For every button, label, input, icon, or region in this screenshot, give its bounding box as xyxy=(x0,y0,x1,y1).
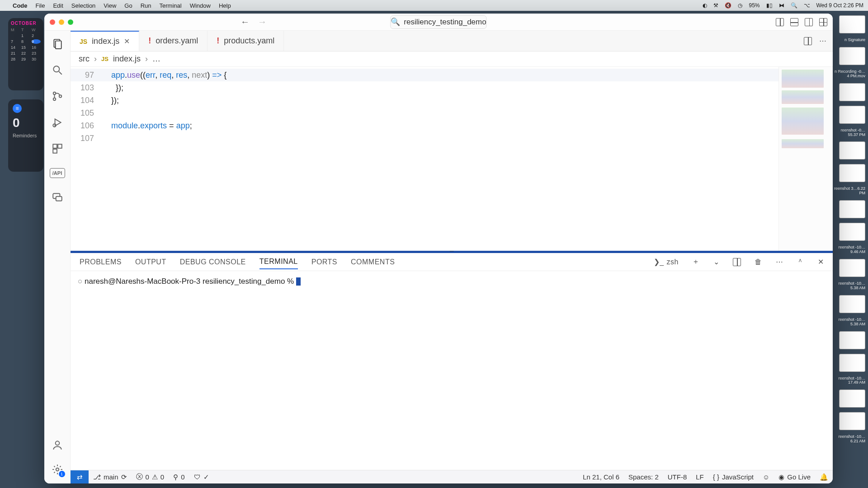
go-live-button[interactable]: ◉ Go Live xyxy=(774,473,815,481)
menu-file[interactable]: File xyxy=(36,2,45,9)
desktop-file-thumb[interactable] xyxy=(839,47,865,65)
desktop-file-thumb[interactable] xyxy=(839,412,865,430)
sync-icon[interactable]: ⟳ xyxy=(121,473,127,481)
menubar-hammer-icon[interactable]: ⚒ xyxy=(713,2,718,9)
panel-resize-handle[interactable] xyxy=(71,251,833,253)
desktop-file-thumb[interactable] xyxy=(839,295,865,313)
shield-status[interactable]: 🛡✓ xyxy=(189,473,214,481)
menu-edit[interactable]: Edit xyxy=(53,2,63,9)
minimize-window-button[interactable] xyxy=(59,19,64,25)
menubar-clock-icon[interactable]: ◷ xyxy=(738,2,742,9)
extensions-icon[interactable] xyxy=(51,142,64,155)
settings-gear-icon[interactable]: 1 xyxy=(51,463,64,476)
ports-status[interactable]: ⚲0 xyxy=(169,473,189,481)
desktop-file-thumb[interactable] xyxy=(839,223,865,241)
desktop-file-thumb[interactable] xyxy=(839,141,865,160)
tab-index-js[interactable]: JS index.js ✕ xyxy=(71,31,139,51)
breadcrumb[interactable]: src › JS index.js › … xyxy=(71,52,833,67)
eol-status[interactable]: LF xyxy=(691,473,708,481)
panel-tab-problems[interactable]: PROBLEMS xyxy=(80,255,122,269)
nav-back-icon[interactable]: ← xyxy=(241,17,250,27)
code-line[interactable]: 97 app.use((err, req, res, next) => { xyxy=(71,69,778,81)
code-line[interactable]: 105 xyxy=(71,107,778,119)
kill-terminal-icon[interactable]: 🗑 xyxy=(755,258,762,266)
more-actions-icon[interactable]: ⋯ xyxy=(819,37,826,45)
menu-go[interactable]: Go xyxy=(124,2,132,9)
new-terminal-button[interactable]: ＋ xyxy=(692,257,700,267)
menubar-appname[interactable]: Code xyxy=(13,2,28,9)
panel-tab-comments[interactable]: COMMENTS xyxy=(351,255,395,269)
line-number[interactable]: 107 xyxy=(71,132,102,145)
source-control-icon[interactable] xyxy=(51,89,64,103)
breadcrumb-trail[interactable]: … xyxy=(152,54,160,64)
customize-layout-icon[interactable] xyxy=(819,18,827,26)
menubar-battery-icon[interactable]: ▮▯ xyxy=(766,2,773,9)
menu-help[interactable]: Help xyxy=(219,2,231,9)
terminal-profile-dropdown-icon[interactable]: ⌄ xyxy=(713,258,720,266)
code-editor[interactable]: 97 app.use((err, req, res, next) => {103… xyxy=(71,67,778,251)
split-editor-icon[interactable] xyxy=(804,37,812,45)
desktop-file-thumb[interactable] xyxy=(839,83,865,101)
menubar-cloud-icon[interactable]: ◐ xyxy=(703,2,707,9)
indentation-status[interactable]: Spaces: 2 xyxy=(624,473,663,481)
close-panel-icon[interactable]: ✕ xyxy=(818,258,824,266)
line-number[interactable]: 103 xyxy=(71,81,102,94)
desktop-file-thumb[interactable] xyxy=(839,259,865,277)
close-window-button[interactable] xyxy=(50,19,55,25)
desktop-file-thumb[interactable] xyxy=(839,354,865,372)
tab-orders-yaml[interactable]: ! orders.yaml xyxy=(139,31,208,51)
desktop-file-thumb[interactable] xyxy=(839,200,865,218)
api-sidebar-icon[interactable]: /API xyxy=(50,168,65,178)
terminal[interactable]: ○ naresh@Nareshs-MacBook-Pro-3 resilienc… xyxy=(71,271,833,470)
chat-sidebar-icon[interactable] xyxy=(51,191,64,204)
language-mode[interactable]: { } JavaScript xyxy=(708,473,758,481)
menu-view[interactable]: View xyxy=(104,2,116,9)
notifications-icon[interactable]: 🔔 xyxy=(815,473,833,481)
code-line[interactable]: 104 }); xyxy=(71,94,778,107)
menubar-control-center-icon[interactable]: ⌥ xyxy=(804,2,810,9)
panel-tab-ports[interactable]: PORTS xyxy=(311,255,337,269)
layout-sidebar-right-icon[interactable] xyxy=(805,18,813,26)
line-number[interactable]: 97 xyxy=(71,69,102,81)
menu-selection[interactable]: Selection xyxy=(71,2,95,9)
line-number[interactable]: 106 xyxy=(71,119,102,132)
breadcrumb-file[interactable]: index.js xyxy=(113,54,141,64)
explorer-icon[interactable] xyxy=(51,37,64,51)
code-line[interactable]: 107 xyxy=(71,132,778,145)
remote-indicator[interactable]: ⇄ xyxy=(71,470,89,483)
code-line[interactable]: 103 }); xyxy=(71,81,778,94)
desktop-file-thumb[interactable] xyxy=(839,164,865,182)
desktop-calendar-widget[interactable]: OCTOBER MTW12789141516212223282930 xyxy=(8,18,43,90)
cursor-position[interactable]: Ln 21, Col 6 xyxy=(578,473,624,481)
search-sidebar-icon[interactable] xyxy=(51,63,64,77)
panel-tab-debug-console[interactable]: DEBUG CONSOLE xyxy=(180,255,246,269)
git-branch[interactable]: ⎇ main ⟳ xyxy=(89,473,132,481)
nav-forward-icon[interactable]: → xyxy=(258,17,267,27)
desktop-file-thumb[interactable] xyxy=(839,331,865,349)
breadcrumb-folder[interactable]: src xyxy=(79,54,90,64)
line-number[interactable]: 105 xyxy=(71,107,102,119)
panel-more-icon[interactable]: ⋯ xyxy=(776,258,783,266)
line-number[interactable]: 104 xyxy=(71,94,102,107)
encoding-status[interactable]: UTF-8 xyxy=(663,473,692,481)
menu-run[interactable]: Run xyxy=(141,2,151,9)
panel-tab-output[interactable]: OUTPUT xyxy=(135,255,166,269)
desktop-file-thumb[interactable] xyxy=(839,15,865,33)
desktop-reminders-widget[interactable]: ≡ 0 Reminders xyxy=(8,99,43,172)
menubar-wifi-icon[interactable]: ⧓ xyxy=(779,2,784,9)
accounts-icon[interactable] xyxy=(51,438,64,452)
menu-terminal[interactable]: Terminal xyxy=(160,2,182,9)
command-center[interactable]: 🔍 resiliency_testing_demo xyxy=(390,15,486,29)
run-debug-icon[interactable] xyxy=(51,116,64,129)
tab-close-icon[interactable]: ✕ xyxy=(124,37,130,46)
menubar-datetime[interactable]: Wed 9 Oct 2:26 PM xyxy=(816,2,864,9)
split-terminal-icon[interactable] xyxy=(733,258,741,266)
desktop-file-thumb[interactable] xyxy=(839,389,865,408)
minimap[interactable] xyxy=(778,67,833,251)
layout-panel-icon[interactable] xyxy=(790,18,798,26)
code-line[interactable]: 106 module.exports = app; xyxy=(71,119,778,132)
problems-status[interactable]: ⓧ0 ⚠0 xyxy=(132,473,169,481)
menu-window[interactable]: Window xyxy=(190,2,211,9)
zoom-window-button[interactable] xyxy=(68,19,73,25)
feedback-icon[interactable]: ☺ xyxy=(758,473,774,481)
